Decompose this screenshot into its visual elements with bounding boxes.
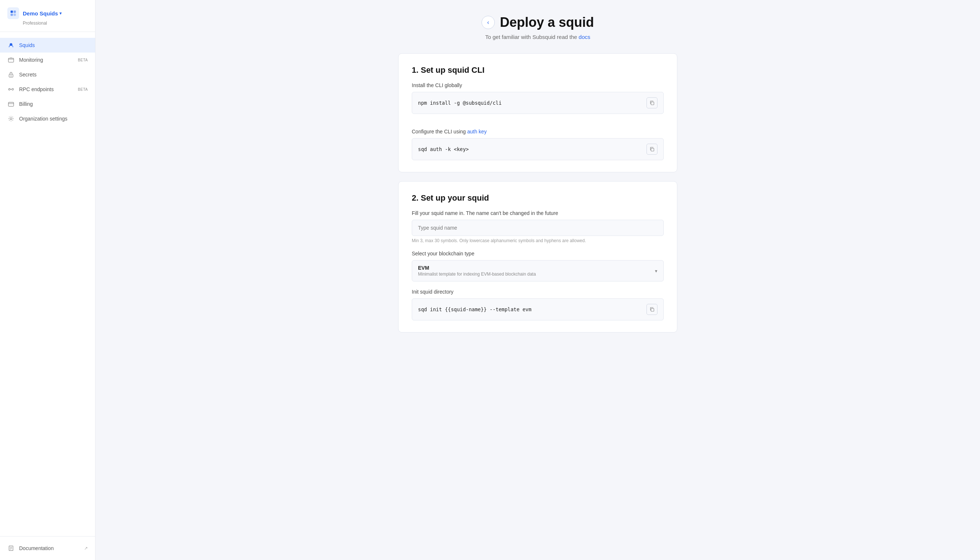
- monitoring-icon: [7, 56, 15, 63]
- step2-card: 2. Set up your squid Fill your squid nam…: [398, 181, 677, 333]
- sidebar-item-rpc-label: RPC endpoints: [19, 87, 73, 92]
- rpc-icon: [7, 86, 15, 93]
- auth-key-link[interactable]: auth key: [467, 128, 487, 135]
- svg-rect-5: [8, 58, 13, 62]
- copy-icon-3: [649, 307, 655, 312]
- secrets-icon: [7, 71, 15, 78]
- page-container: ‹ Deploy a squid To get familiar with Su…: [398, 15, 677, 342]
- copy-icon-2: [649, 147, 655, 152]
- monitoring-badge: BETA: [78, 58, 88, 62]
- init-code-block: sqd init {{squid-name}} --template evm: [412, 298, 664, 320]
- org-settings-icon: [7, 115, 15, 122]
- org-dropdown-icon: ▾: [60, 11, 62, 16]
- sidebar-item-squids-label: Squids: [19, 42, 88, 48]
- sidebar-item-squids[interactable]: Squids: [0, 38, 95, 53]
- sidebar-item-monitoring-label: Monitoring: [19, 57, 73, 63]
- page-title: Deploy a squid: [500, 15, 594, 30]
- sidebar-item-billing[interactable]: Billing: [0, 97, 95, 111]
- svg-point-10: [12, 88, 13, 90]
- init-squid-label: Init squid directory: [412, 289, 664, 295]
- sidebar-item-org-settings-label: Organization settings: [19, 116, 88, 122]
- docs-link[interactable]: docs: [579, 34, 590, 40]
- blockchain-chevron-icon: ▾: [655, 268, 657, 274]
- svg-point-9: [8, 88, 10, 90]
- sidebar-header: Demo Squids ▾ Professional: [0, 0, 95, 32]
- sidebar-item-rpc-endpoints[interactable]: RPC endpoints BETA: [0, 82, 95, 97]
- org-plan: Professional: [23, 21, 88, 26]
- documentation-icon: [7, 545, 15, 552]
- install-copy-button[interactable]: [646, 97, 657, 108]
- configure-label: Configure the CLI using auth key: [412, 128, 664, 135]
- install-label: Install the CLI globally: [412, 82, 664, 88]
- page-subtitle: To get familiar with Subsquid read the d…: [398, 34, 677, 40]
- blockchain-type-select[interactable]: EVM Minimalist template for indexing EVM…: [412, 260, 664, 282]
- blockchain-desc: Minimalist template for indexing EVM-bas…: [418, 272, 536, 277]
- svg-point-12: [10, 118, 12, 119]
- org-selector[interactable]: Demo Squids ▾: [7, 7, 88, 19]
- documentation-label: Documentation: [19, 545, 80, 551]
- step2-title: 2. Set up your squid: [412, 193, 664, 203]
- rpc-badge: BETA: [78, 87, 88, 92]
- sidebar-footer: Documentation ↗: [0, 536, 95, 560]
- main-content: ‹ Deploy a squid To get familiar with Su…: [95, 0, 980, 560]
- blockchain-value: EVM: [418, 265, 536, 271]
- squid-name-hint: Min 3, max 30 symbols. Only lowercase al…: [412, 238, 664, 243]
- configure-copy-button[interactable]: [646, 144, 657, 155]
- configure-cmd: sqd auth -k <key>: [418, 146, 469, 152]
- install-cmd: npm install -g @subsquid/cli: [418, 100, 502, 106]
- install-code-block: npm install -g @subsquid/cli: [412, 92, 664, 114]
- svg-rect-14: [651, 148, 654, 151]
- sidebar-item-monitoring[interactable]: Monitoring BETA: [0, 53, 95, 67]
- init-copy-button[interactable]: [646, 304, 657, 315]
- svg-rect-11: [8, 103, 13, 107]
- step1-card: 1. Set up squid CLI Install the CLI glob…: [398, 53, 677, 172]
- configure-code-block: sqd auth -k <key>: [412, 138, 664, 160]
- svg-rect-0: [11, 11, 13, 13]
- sidebar-item-secrets-label: Secrets: [19, 72, 88, 78]
- sidebar-item-billing-label: Billing: [19, 101, 88, 107]
- org-icon: [7, 7, 19, 19]
- svg-rect-15: [651, 308, 654, 311]
- copy-icon: [649, 100, 655, 105]
- squid-name-input[interactable]: [412, 220, 664, 236]
- blockchain-select-left: EVM Minimalist template for indexing EVM…: [418, 265, 536, 277]
- sidebar-nav: Squids Monitoring BETA: [0, 32, 95, 536]
- init-cmd: sqd init {{squid-name}} --template evm: [418, 307, 531, 312]
- svg-point-8: [11, 75, 12, 77]
- billing-icon: [7, 100, 15, 108]
- svg-rect-2: [11, 13, 13, 16]
- sidebar-item-org-settings[interactable]: Organization settings: [0, 111, 95, 126]
- squid-name-label: Fill your squid name in. The name can't …: [412, 210, 664, 216]
- org-name: Demo Squids ▾: [23, 10, 62, 17]
- sidebar-item-secrets[interactable]: Secrets: [0, 67, 95, 82]
- svg-rect-3: [13, 13, 16, 16]
- svg-point-6: [11, 57, 12, 58]
- external-link-icon: ↗: [84, 546, 88, 551]
- svg-rect-13: [651, 102, 654, 105]
- blockchain-type-label: Select your blockchain type: [412, 251, 664, 257]
- sidebar-item-documentation[interactable]: Documentation ↗: [0, 541, 95, 556]
- step1-title: 1. Set up squid CLI: [412, 65, 664, 75]
- page-header: ‹ Deploy a squid: [398, 15, 677, 30]
- back-button[interactable]: ‹: [482, 16, 495, 29]
- squids-icon: [7, 42, 15, 49]
- svg-rect-1: [13, 11, 16, 13]
- sidebar: Demo Squids ▾ Professional Squids: [0, 0, 95, 560]
